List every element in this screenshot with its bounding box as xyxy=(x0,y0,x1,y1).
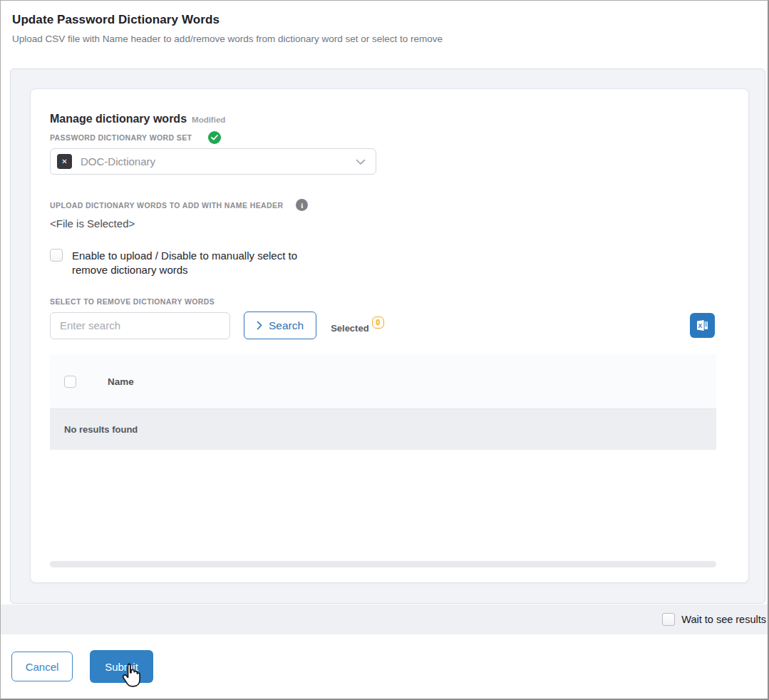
svg-text:X: X xyxy=(698,322,703,329)
section-title-row: Manage dictionary words Modified xyxy=(50,113,729,125)
word-set-label: PASSWORD DICTIONARY WORD SET xyxy=(50,133,192,142)
selected-counter: Selected 0 xyxy=(331,318,384,334)
table-header-row: Name xyxy=(50,354,716,409)
cancel-button[interactable]: Cancel xyxy=(11,652,73,681)
upload-label-row: UPLOAD DICTIONARY WORDS TO ADD WITH NAME… xyxy=(50,199,729,211)
word-set-label-row: PASSWORD DICTIONARY WORD SET xyxy=(50,131,729,144)
wait-checkbox[interactable] xyxy=(662,613,675,626)
section-title: Manage dictionary words xyxy=(50,113,187,125)
export-excel-button[interactable]: X xyxy=(690,313,715,338)
manage-dictionary-card: Manage dictionary words Modified PASSWOR… xyxy=(30,88,749,583)
word-set-selected-value: DOC-Dictionary xyxy=(81,155,350,168)
footer-actions: Cancel Submit xyxy=(1,634,768,699)
selected-label: Selected xyxy=(331,323,368,334)
word-set-select[interactable]: ✕ DOC-Dictionary xyxy=(50,148,376,175)
table-empty-row: No results found xyxy=(50,409,716,450)
info-icon[interactable]: i xyxy=(296,199,308,211)
modified-badge: Modified xyxy=(192,115,225,124)
upload-toggle-row: Enable to upload / Disable to manually s… xyxy=(50,249,729,277)
wait-label[interactable]: Wait to see results xyxy=(681,614,766,625)
remove-label-row: SELECT TO REMOVE DICTIONARY WORDS xyxy=(50,297,729,306)
chevron-right-icon xyxy=(257,321,262,330)
submit-button[interactable]: Submit xyxy=(90,650,153,683)
form-panel: Manage dictionary words Modified PASSWOR… xyxy=(10,68,765,604)
upload-toggle-label[interactable]: Enable to upload / Disable to manually s… xyxy=(72,249,331,277)
footer-strip: Wait to see results xyxy=(1,604,768,634)
horizontal-scrollbar[interactable] xyxy=(50,561,716,567)
page-header: Update Password Dictionary Words Upload … xyxy=(1,1,768,44)
search-button-label: Search xyxy=(269,319,304,332)
dictionary-words-table: Name No results found xyxy=(50,354,716,450)
file-status-text: <File is Selected> xyxy=(50,217,729,230)
remove-tag-icon[interactable]: ✕ xyxy=(57,154,72,169)
select-all-checkbox[interactable] xyxy=(64,376,76,388)
update-password-dictionary-page: { "page": { "title": "Update Password Di… xyxy=(0,0,769,700)
search-input[interactable] xyxy=(50,312,230,339)
empty-message: No results found xyxy=(64,424,138,435)
selected-count-badge: 0 xyxy=(372,316,385,329)
remove-section-label: SELECT TO REMOVE DICTIONARY WORDS xyxy=(50,297,215,306)
column-header-name: Name xyxy=(108,376,134,387)
upload-toggle-checkbox[interactable] xyxy=(50,249,63,262)
page-title: Update Password Dictionary Words xyxy=(12,13,756,27)
search-button[interactable]: Search xyxy=(244,312,316,339)
chevron-down-icon xyxy=(356,155,366,168)
valid-check-icon xyxy=(208,131,221,144)
upload-label: UPLOAD DICTIONARY WORDS TO ADD WITH NAME… xyxy=(50,201,283,210)
excel-icon: X xyxy=(695,318,710,333)
search-row: Search Selected 0 X xyxy=(50,312,716,339)
page-subtitle: Upload CSV file with Name header to add/… xyxy=(12,34,756,44)
